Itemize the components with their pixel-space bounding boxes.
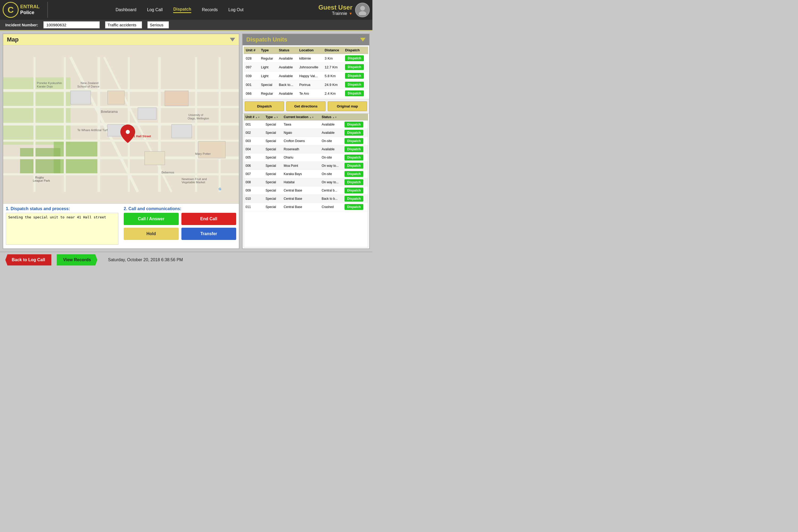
call-answer-button[interactable]: Call / Answer bbox=[124, 213, 179, 225]
dispatch-status-title: 1. Dispatch status and process: bbox=[6, 206, 118, 211]
svg-rect-23 bbox=[138, 108, 156, 119]
svg-text:G: G bbox=[218, 187, 221, 191]
dispatch-status-textarea[interactable]: Sending the special unit to near 41 Hall… bbox=[6, 213, 118, 245]
all-col-type[interactable]: Type ▲▼ bbox=[264, 114, 282, 120]
unit-type: Light bbox=[259, 72, 277, 80]
dispatch-action-button[interactable]: Dispatch bbox=[245, 101, 284, 111]
all-col-status[interactable]: Status ▲▼ bbox=[320, 114, 343, 120]
incident-type-select[interactable]: Traffic accidents bbox=[105, 21, 142, 28]
svg-rect-11 bbox=[3, 173, 239, 175]
svg-text:Te Whare Artificial Turf: Te Whare Artificial Turf bbox=[77, 129, 108, 132]
logo-police: Police bbox=[20, 10, 40, 16]
all-unit-type: Special bbox=[264, 170, 282, 178]
user-dropdown-icon[interactable]: ▼ bbox=[349, 12, 353, 16]
svg-text:Mary Potter: Mary Potter bbox=[195, 152, 211, 155]
svg-text:University of: University of bbox=[188, 114, 203, 116]
unit-dispatch-button[interactable]: Dispatch bbox=[345, 73, 364, 79]
nav-dispatch[interactable]: Dispatch bbox=[173, 7, 191, 13]
all-unit-row: 007 Special Karaka Bays On-site Dispatch bbox=[244, 170, 368, 178]
svg-rect-17 bbox=[195, 57, 197, 192]
all-col-location[interactable]: Current location ▲▼ bbox=[282, 114, 320, 120]
all-unit-status: On way to... bbox=[320, 178, 343, 187]
all-unit-num: 007 bbox=[244, 170, 264, 178]
transfer-button[interactable]: Transfer bbox=[182, 228, 236, 240]
all-unit-dispatch-button[interactable]: Dispatch bbox=[344, 121, 363, 128]
user-area: Guest User Trainnie ▼ bbox=[311, 3, 370, 17]
all-unit-num: 004 bbox=[244, 145, 264, 153]
all-unit-status: Available bbox=[320, 120, 343, 129]
logo-text: ENTRAL Police bbox=[20, 4, 40, 15]
unit-dispatch-button[interactable]: Dispatch bbox=[345, 55, 364, 61]
incident-number-input[interactable] bbox=[43, 21, 100, 28]
all-unit-dispatch-cell: Dispatch bbox=[343, 145, 368, 153]
header: C ENTRAL Police Dashboard Log Call Dispa… bbox=[0, 0, 373, 20]
nav-dashboard[interactable]: Dashboard bbox=[115, 7, 136, 12]
left-panel: Map bbox=[3, 34, 240, 249]
all-unit-num: 002 bbox=[244, 129, 264, 137]
all-unit-dispatch-button[interactable]: Dispatch bbox=[344, 163, 363, 169]
all-unit-status: On-site bbox=[320, 153, 343, 162]
all-unit-row: 001 Special Tawa Available Dispatch bbox=[244, 120, 368, 129]
hold-button[interactable]: Hold bbox=[124, 228, 179, 240]
dispatch-unit-row: 066 Regular Available Te Aro 2.4 Km Disp… bbox=[244, 89, 368, 98]
dispatch-units-header: Dispatch Units bbox=[243, 34, 369, 45]
end-call-button[interactable]: End Call bbox=[182, 213, 236, 225]
unit-distance: 5.8 Km bbox=[323, 72, 343, 80]
unit-distance: 3 Km bbox=[323, 54, 343, 63]
all-unit-location: Moa Point bbox=[282, 162, 320, 170]
view-records-button[interactable]: View Records bbox=[57, 254, 97, 265]
all-units-table: Unit # ▲▼ Type ▲▼ Current location ▲▼ St… bbox=[244, 114, 368, 211]
all-unit-dispatch-button[interactable]: Dispatch bbox=[344, 204, 363, 210]
original-map-button[interactable]: Original map bbox=[328, 101, 367, 111]
all-unit-status: Crashed bbox=[320, 203, 343, 211]
unit-dispatch-cell: Dispatch bbox=[343, 72, 368, 80]
unit-type: Regular bbox=[259, 89, 277, 98]
severity-select[interactable]: Serious bbox=[147, 21, 169, 28]
dispatch-units-collapse-button[interactable] bbox=[360, 38, 365, 41]
all-unit-type: Special bbox=[264, 120, 282, 129]
nav-records[interactable]: Records bbox=[202, 7, 218, 12]
unit-distance: 12.7 Km bbox=[323, 63, 343, 72]
nav-bar: Dashboard Log Call Dispatch Records Log … bbox=[48, 7, 311, 13]
svg-rect-18 bbox=[218, 57, 221, 192]
all-unit-dispatch-cell: Dispatch bbox=[343, 162, 368, 170]
all-unit-dispatch-button[interactable]: Dispatch bbox=[344, 188, 363, 193]
svg-text:Rugby: Rugby bbox=[35, 176, 44, 179]
all-unit-dispatch-button[interactable]: Dispatch bbox=[344, 155, 363, 160]
unit-dispatch-button[interactable]: Dispatch bbox=[345, 82, 364, 88]
nav-log-out[interactable]: Log Out bbox=[228, 7, 244, 12]
unit-dispatch-button[interactable]: Dispatch bbox=[345, 64, 364, 70]
unit-distance: 24.9 Km bbox=[323, 80, 343, 89]
all-col-unit[interactable]: Unit # ▲▼ bbox=[244, 114, 264, 120]
unit-dispatch-cell: Dispatch bbox=[343, 54, 368, 63]
dispatch-unit-row: 097 Light Available Johnsonville 12.7 Km… bbox=[244, 63, 368, 72]
get-directions-button[interactable]: Get directions bbox=[286, 101, 326, 111]
svg-rect-21 bbox=[71, 91, 91, 104]
svg-rect-5 bbox=[20, 148, 60, 175]
avatar bbox=[355, 3, 370, 17]
dispatch-status-area: 1. Dispatch status and process: Sending … bbox=[6, 206, 118, 246]
all-unit-dispatch-button[interactable]: Dispatch bbox=[344, 130, 363, 136]
all-col-dispatch bbox=[343, 114, 368, 120]
unit-type: Regular bbox=[259, 54, 277, 63]
all-unit-dispatch-cell: Dispatch bbox=[343, 187, 368, 195]
all-unit-dispatch-button[interactable]: Dispatch bbox=[344, 146, 363, 152]
unit-location: Te Aro bbox=[297, 89, 323, 98]
col-dispatch: Dispatch bbox=[343, 46, 368, 54]
unit-dispatch-button[interactable]: Dispatch bbox=[345, 91, 364, 96]
all-unit-dispatch-button[interactable]: Dispatch bbox=[344, 171, 363, 177]
all-unit-dispatch-button[interactable]: Dispatch bbox=[344, 138, 363, 144]
all-unit-row: 002 Special Ngaio Available Dispatch bbox=[244, 129, 368, 137]
all-unit-dispatch-button[interactable]: Dispatch bbox=[344, 196, 363, 202]
all-unit-status: On-site bbox=[320, 137, 343, 145]
all-unit-status: On way to... bbox=[320, 162, 343, 170]
map-area[interactable]: Poneke Kyokushin Karate Dojo New Zealand… bbox=[3, 45, 239, 204]
all-unit-dispatch-button[interactable]: Dispatch bbox=[344, 179, 363, 185]
all-units-table-wrap[interactable]: Unit # ▲▼ Type ▲▼ Current location ▲▼ St… bbox=[244, 114, 368, 247]
back-to-log-call-button[interactable]: Back to Log Call bbox=[5, 254, 51, 265]
all-unit-type: Special bbox=[264, 129, 282, 137]
svg-text:Bowlarama: Bowlarama bbox=[101, 110, 118, 114]
nav-log-call[interactable]: Log Call bbox=[147, 7, 163, 12]
map-collapse-button[interactable] bbox=[230, 38, 235, 41]
svg-text:Bebemos: Bebemos bbox=[162, 171, 174, 174]
